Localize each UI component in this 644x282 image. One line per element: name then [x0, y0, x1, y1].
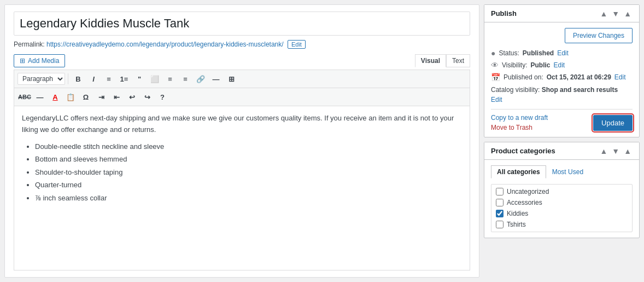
tab-text[interactable]: Text [446, 54, 470, 67]
list-item: Shoulder-to-shoulder taping [35, 167, 462, 178]
categories-collapse-up[interactable]: ▲ [599, 147, 608, 155]
publish-collapse-up-button[interactable]: ▲ [599, 10, 608, 18]
link-button[interactable]: 🔗 [194, 72, 208, 85]
list-item: ⅞ inch seamless collar [35, 193, 462, 204]
cat-item: Accessories [496, 199, 628, 206]
publish-collapse-down-button[interactable]: ▼ [611, 10, 620, 18]
editor-main: Permalink: https://creativeyadleydemo.co… [4, 4, 479, 278]
toolbar-row-2: ABC — A 📋 Ω ⇥ ⇤ ↩ ↪ ? [14, 88, 470, 106]
category-tabs: All categories Most Used [491, 165, 633, 179]
cat-label: Uncategorized [507, 188, 549, 195]
product-categories-metabox: Product categories ▲ ▼ ▲ All categories … [484, 142, 640, 238]
move-to-trash-link[interactable]: Move to Trash [491, 124, 548, 131]
status-row: ● Status: Published Edit [491, 49, 633, 57]
catalog-edit-link[interactable]: Edit [491, 96, 502, 103]
cat-checkbox[interactable] [496, 199, 504, 206]
cat-checkbox[interactable] [496, 188, 504, 195]
cat-label: Kiddies [507, 210, 528, 217]
strikethrough-button[interactable]: ABC [17, 90, 32, 103]
editor-area[interactable]: LegendaryLLC offers next-day shipping an… [14, 106, 470, 271]
publish-metabox-body: Preview Changes ● Status: Published Edit… [484, 22, 639, 137]
status-value: Published [523, 49, 554, 57]
categories-metabox-title: Product categories [491, 147, 555, 155]
published-edit-link[interactable]: Edit [614, 73, 626, 81]
align-right-button[interactable]: ≡ [178, 72, 192, 85]
categories-metabox-controls: ▲ ▼ ▲ [599, 147, 633, 155]
unordered-list-button[interactable]: ≡ [102, 72, 116, 85]
publish-metabox-title: Publish [491, 9, 517, 18]
cat-label: Tshirts [507, 221, 526, 228]
publish-links: Copy to a new draft Move to Trash [491, 114, 548, 131]
cat-item: Kiddies [496, 210, 628, 217]
fullscreen-button[interactable]: ⊞ [224, 72, 238, 85]
editor-toolbar-top: ⊞ Add Media Visual Text [14, 54, 470, 67]
tab-most-used[interactable]: Most Used [546, 165, 589, 179]
permalink-row: Permalink: https://creativeyadleydemo.co… [14, 40, 470, 49]
update-button[interactable]: Update [593, 115, 633, 131]
copy-draft-link[interactable]: Copy to a new draft [491, 114, 548, 122]
indent-button[interactable]: ⇥ [94, 90, 108, 103]
list-item: Bottom and sleeves hemmed [35, 154, 462, 165]
cat-checkbox[interactable] [496, 221, 504, 228]
published-on-row: 📅 Published on: Oct 15, 2021 at 06:29 Ed… [491, 73, 633, 82]
ordered-list-button[interactable]: 1≡ [117, 72, 131, 85]
publish-close-button[interactable]: ▲ [623, 10, 633, 18]
preview-changes-button[interactable]: Preview Changes [565, 28, 633, 43]
cat-checkbox[interactable] [496, 210, 504, 217]
add-media-label: Add Media [28, 57, 59, 65]
horizontal-rule-button[interactable]: — [33, 90, 47, 103]
cat-item: Tshirts [496, 221, 628, 228]
italic-button[interactable]: I [86, 72, 101, 85]
categories-metabox-body: All categories Most Used UncategorizedAc… [484, 160, 639, 238]
paragraph-select[interactable]: Paragraph [17, 73, 65, 85]
undo-button[interactable]: ↩ [125, 90, 139, 103]
post-title-input[interactable] [14, 11, 470, 36]
published-label: Published on: [504, 73, 543, 81]
catalog-value: Shop and search results [542, 86, 618, 94]
font-color-button[interactable]: A [48, 90, 62, 103]
custom-chars-button[interactable]: Ω [79, 90, 93, 103]
categories-metabox-header: Product categories ▲ ▼ ▲ [484, 142, 639, 160]
catalog-row: Catalog visibility: Shop and search resu… [491, 85, 633, 105]
help-button[interactable]: ? [155, 90, 169, 103]
insert-more-button[interactable]: — [209, 72, 223, 85]
toolbar-sep-1 [68, 73, 68, 84]
align-center-button[interactable]: ≡ [163, 72, 177, 85]
categories-close[interactable]: ▲ [623, 147, 633, 155]
editor-tabs: Visual Text [415, 54, 470, 67]
visibility-label: Visibility: [502, 61, 527, 69]
permalink-label: Permalink: [14, 41, 45, 48]
visibility-value: Public [530, 61, 550, 69]
publish-metabox-header: Publish ▲ ▼ ▲ [484, 5, 639, 22]
align-left-button[interactable]: ⬜ [148, 72, 162, 85]
tab-all-categories[interactable]: All categories [491, 165, 546, 179]
editor-body-text: LegendaryLLC offers next-day shipping an… [22, 113, 462, 136]
category-list: UncategorizedAccessoriesKiddiesTshirts [491, 184, 633, 232]
visibility-edit-link[interactable]: Edit [553, 61, 565, 69]
catalog-label: Catalog visibility: [491, 86, 540, 94]
cat-item: Uncategorized [496, 188, 628, 195]
permalink-edit-button[interactable]: Edit [288, 40, 306, 49]
published-value: Oct 15, 2021 at 06:29 [547, 73, 611, 81]
outdent-button[interactable]: ⇤ [109, 90, 124, 103]
blockquote-button[interactable]: " [132, 72, 147, 85]
status-label: Status: [499, 49, 519, 57]
redo-button[interactable]: ↪ [140, 90, 154, 103]
paste-text-button[interactable]: 📋 [63, 90, 78, 103]
editor-bullet-list: Double-needle stitch neckline and sleeve… [35, 141, 462, 204]
categories-collapse-down[interactable]: ▼ [611, 147, 620, 155]
list-item: Double-needle stitch neckline and sleeve [35, 141, 462, 152]
bold-button[interactable]: B [71, 72, 85, 85]
status-edit-link[interactable]: Edit [557, 49, 569, 57]
tab-visual[interactable]: Visual [415, 54, 446, 67]
calendar-icon: 📅 [491, 73, 500, 82]
status-icon: ● [491, 49, 495, 57]
permalink-url[interactable]: https://creativeyadleydemo.com/legendary… [46, 41, 284, 48]
visibility-row: 👁 Visibility: Public Edit [491, 61, 633, 70]
toolbar-row-1: Paragraph B I ≡ 1≡ " ⬜ ≡ ≡ 🔗 — ⊞ [14, 70, 470, 88]
cat-label: Accessories [507, 199, 542, 206]
list-item: Quarter-turned [35, 180, 462, 191]
add-media-button[interactable]: ⊞ Add Media [14, 54, 65, 67]
publish-metabox-controls: ▲ ▼ ▲ [599, 10, 633, 18]
publish-actions: Copy to a new draft Move to Trash Update [491, 109, 633, 131]
